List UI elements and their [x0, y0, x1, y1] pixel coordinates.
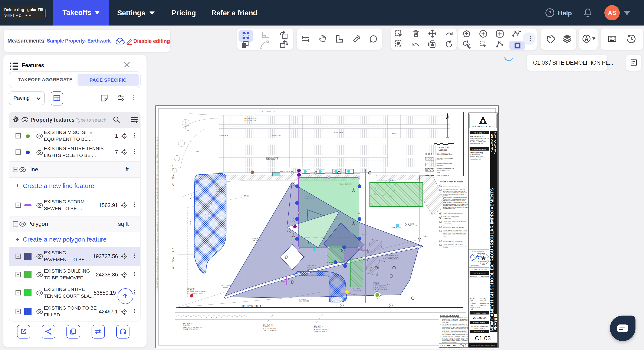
- svg-text:FL 3" PVC (N) 100.21: FL 3" PVC (N) 100.21: [263, 329, 276, 331]
- svg-text:ISSUED: 01/06/2025: ISSUED: 01/06/2025: [472, 269, 487, 270]
- svg-text:C3.03: C3.03: [436, 172, 440, 173]
- svg-text:4: 4: [316, 172, 317, 174]
- svg-text:SCALE: 1"=30': SCALE: 1"=30': [439, 147, 449, 148]
- svg-text:Houston, Texas 77070: Houston, Texas 77070: [470, 140, 483, 141]
- svg-text:5: 5: [353, 189, 354, 191]
- svg-text:EXISTING POND TO BE FILLED: EXISTING POND TO BE FILLED: [436, 168, 454, 170]
- svg-text:6: 6: [440, 227, 441, 228]
- svg-text:Talon Engineering, LLC: Talon Engineering, LLC: [470, 152, 487, 154]
- svg-text:4: 4: [440, 217, 441, 218]
- svg-text:9: 9: [440, 245, 441, 246]
- svg-text:Main Phone: 281.671.2300: Main Phone: 281.671.2300: [470, 141, 486, 143]
- svg-text:EXISTING POWER POLE TO BE REMO: EXISTING POWER POLE TO BE REMOVED: [443, 241, 463, 242]
- svg-text:F-24281: F-24281: [477, 253, 482, 254]
- svg-text:PROJECT NO.: PROJECT NO.: [473, 312, 486, 314]
- svg-text:CONTRACTOR TO CALL BEFORE DIG: CONTRACTOR TO CALL BEFORE DIGGING !!!!: [440, 347, 462, 348]
- svg-text:TR=104.04: TR=104.04: [183, 325, 190, 326]
- svg-text:GRATE INLET: GRATE INLET: [188, 288, 196, 289]
- svg-text:2: 2: [440, 190, 441, 191]
- svg-text:REMOVED: REMOVED: [436, 159, 442, 161]
- svg-text:1: 1: [440, 186, 441, 187]
- svg-text:7: 7: [440, 231, 441, 232]
- svg-text:REMOVED: REMOVED: [436, 165, 442, 166]
- svg-text:VLK Architects, Inc.: VLK Architects, Inc.: [470, 136, 484, 137]
- svg-text:www.taloncivil.com: www.taloncivil.com: [470, 159, 481, 160]
- svg-text:5: 5: [293, 219, 294, 221]
- svg-text:4: 4: [406, 223, 407, 226]
- svg-text:KEYED NOTES TO SHEET:: KEYED NOTES TO SHEET:: [440, 181, 464, 183]
- svg-text:FL 24" RCP (NW) 97.75: FL 24" RCP (NW) 97.75: [314, 329, 329, 331]
- svg-text:(FILLED WITH WATER): (FILLED WITH WATER): [183, 328, 198, 330]
- svg-text:EXISTING BUILDING TO BE: EXISTING BUILDING TO BE: [436, 163, 452, 164]
- svg-text:S86°44'01"W 1830.45': S86°44'01"W 1830.45': [241, 305, 262, 307]
- svg-text:NOTES TO CONTRACTOR:: NOTES TO CONTRACTOR:: [440, 315, 459, 316]
- svg-text:COPYRIGHT © 2024 VLK ARC: COPYRIGHT © 2024 VLK ARCHITECTS: [471, 345, 494, 346]
- svg-text:NEW CANEY ISD: NEW CANEY ISD: [490, 134, 493, 152]
- svg-text:Project Engineer: Project Engineer: [470, 307, 481, 309]
- svg-text:Director: Director: [470, 298, 475, 300]
- svg-text:EXISTING PAVEMENT TO BE: EXISTING PAVEMENT TO BE: [436, 158, 453, 159]
- svg-text:CONCRETE: CONCRETE: [272, 135, 281, 137]
- svg-text:6: 6: [390, 304, 391, 306]
- svg-text:02 Jan 2025, 2:15PM BrianReed: 02 Jan 2025, 2:15PM BrianReed C:\Users\B…: [156, 137, 158, 292]
- svg-text:1.: 1.: [440, 317, 441, 319]
- svg-text:Main Phone: 832.237.9874: Main Phone: 832.237.9874: [470, 157, 486, 159]
- svg-text:GRASS: GRASS: [244, 195, 250, 197]
- svg-text:N03°11'39"W 1126.17': N03°11'39"W 1126.17': [172, 165, 175, 186]
- svg-text:TG=101.22: TG=101.22: [188, 289, 194, 291]
- svg-text:6: 6: [390, 179, 391, 181]
- svg-text:BAND TOWER: BAND TOWER: [279, 171, 290, 173]
- svg-text:6: 6: [191, 196, 192, 198]
- svg-text:5: 5: [353, 222, 354, 224]
- svg-text:EXISTING TREES TO BE REMOVED.: EXISTING TREES TO BE REMOVED.: [443, 186, 460, 187]
- svg-text:23-155.00: 23-155.00: [473, 316, 486, 319]
- svg-text:01/06/2025: 01/06/2025: [470, 265, 480, 267]
- svg-text:1: 1: [383, 259, 384, 261]
- svg-text:SWALE: SWALE: [190, 219, 192, 224]
- svg-text:Revision Date: Revision Date: [481, 276, 489, 277]
- svg-text:6: 6: [291, 281, 292, 283]
- svg-text:LINK FENCE: LINK FENCE: [408, 225, 417, 227]
- svg-text:5: 5: [293, 234, 294, 236]
- svg-text:LIMITS OF CLEARING: LIMITS OF CLEARING: [436, 175, 449, 176]
- svg-text:2: 2: [285, 256, 286, 258]
- svg-text:9: 9: [288, 230, 290, 232]
- svg-text:128933: 128933: [482, 263, 485, 264]
- svg-text:(SHEET 1 OF 2): (SHEET 1 OF 2): [474, 328, 485, 329]
- svg-text:FL 24" RCP (E) 97.79: FL 24" RCP (E) 97.79: [314, 331, 328, 332]
- svg-text:MEASURE TO BOTTOM=12.36: MEASURE TO BOTTOM=12.36: [183, 327, 203, 328]
- svg-text:BWR,JDK: BWR,JDK: [480, 305, 486, 306]
- svg-text:CONCRETE: CONCRETE: [390, 133, 399, 135]
- svg-text:VLK|ARCHITECTS: VLK|ARCHITECTS: [471, 125, 494, 127]
- svg-text:STM. SWR. MH.: STM. SWR. MH.: [314, 325, 324, 327]
- svg-text:THE LOCATION OF ALL UNDERGROUN: THE LOCATION OF ALL UNDERGROUND UTILITIE…: [442, 324, 472, 335]
- svg-text:GOAL POST: GOAL POST: [392, 227, 400, 229]
- svg-text:UTILITIES TO BE REMOVED: UTILITIES TO BE REMOVED: [436, 154, 452, 156]
- svg-text:NEW CANEY, TEXAS: NEW CANEY, TEXAS: [494, 132, 496, 154]
- svg-text:Quality Control: Quality Control: [480, 303, 489, 304]
- svg-text:Drawn By: Drawn By: [480, 298, 486, 300]
- svg-text:N03°11'39"W 1126.17': N03°11'39"W 1126.17': [172, 248, 175, 269]
- svg-text:LINK FENCE: LINK FENCE: [300, 300, 309, 302]
- svg-text:?: ?: [548, 10, 552, 15]
- svg-text:CIVIL ENGINEER: CIVIL ENGINEER: [472, 148, 486, 150]
- svg-text:1: 1: [375, 267, 376, 269]
- svg-text:TALON ENGINEERING, LLC: TALON ENGINEERING, LLC: [472, 251, 487, 252]
- svg-text:POND: POND: [223, 286, 228, 288]
- svg-text:5: 5: [293, 183, 294, 185]
- svg-text:8: 8: [387, 283, 388, 286]
- svg-text:CONCRETE: CONCRETE: [219, 134, 228, 136]
- svg-text:4: 4: [412, 297, 414, 299]
- svg-text:BRIAN W. REED: BRIAN W. REED: [480, 261, 488, 262]
- svg-text:6: 6: [342, 249, 343, 252]
- svg-text:SAN. SWR. MH.: SAN. SWR. MH.: [263, 324, 273, 326]
- svg-text:4: 4: [291, 172, 292, 174]
- svg-text:1: 1: [393, 267, 394, 269]
- svg-text:5: 5: [440, 222, 441, 223]
- svg-text:ELECTRIC LINE: ELECTRIC LINE: [266, 158, 278, 160]
- svg-text:SPEED BUMP TYP.: SPEED BUMP TYP.: [262, 110, 276, 112]
- svg-text:3: 3: [440, 213, 441, 214]
- svg-text:Revision No.: Revision No.: [470, 276, 477, 277]
- svg-text:REVISIONS: REVISIONS: [474, 272, 485, 274]
- svg-text:Houston, Texas 77064: Houston, Texas 77064: [470, 156, 483, 157]
